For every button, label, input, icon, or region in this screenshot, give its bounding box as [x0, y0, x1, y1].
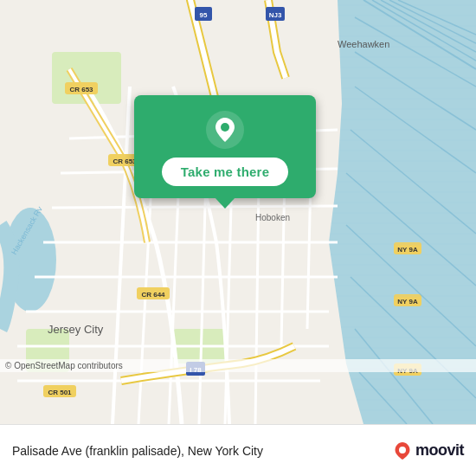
moovit-brand-name: moovit [415, 441, 464, 460]
navigation-popup: Take me there [134, 95, 316, 198]
svg-text:CR 653: CR 653 [113, 158, 137, 165]
svg-text:CR 644: CR 644 [141, 291, 165, 299]
moovit-pin-icon [393, 441, 412, 460]
location-pin-icon [206, 111, 244, 149]
svg-text:95: 95 [200, 11, 208, 19]
svg-text:CR 501: CR 501 [48, 389, 72, 396]
svg-point-68 [399, 447, 406, 453]
svg-text:Jersey City: Jersey City [48, 323, 104, 336]
take-me-there-button[interactable]: Take me there [162, 158, 288, 186]
svg-point-67 [221, 123, 229, 132]
svg-text:CR 653: CR 653 [69, 86, 93, 93]
svg-text:NJ3: NJ3 [269, 11, 282, 19]
map-copyright: © OpenStreetMap contributors [0, 359, 476, 372]
moovit-logo: moovit [393, 441, 464, 460]
bottom-bar: Palisade Ave (franklin palisade), New Yo… [0, 424, 476, 476]
location-label: Palisade Ave (franklin palisade), New Yo… [12, 444, 393, 458]
svg-line-20 [52, 206, 338, 208]
map-container: 95 NJ3 CR 653 CR [0, 0, 476, 424]
svg-text:Hoboken: Hoboken [255, 213, 290, 222]
